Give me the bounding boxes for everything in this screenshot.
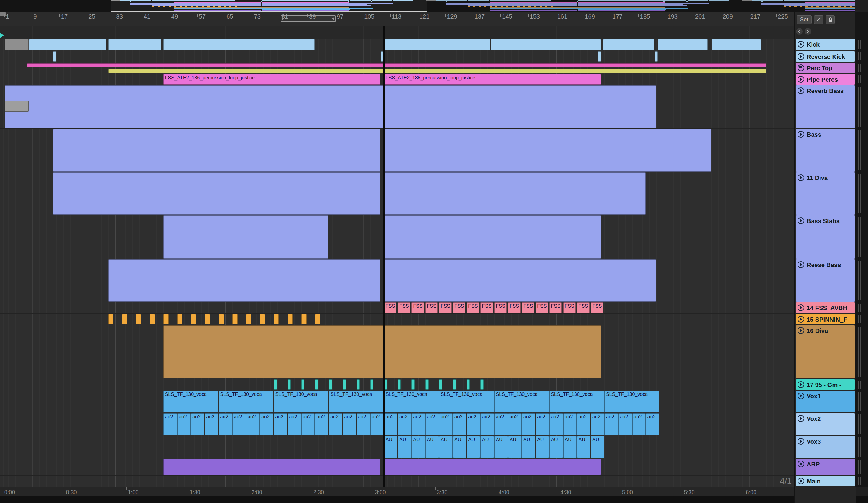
track-header-arp[interactable]: ARP <box>796 459 855 475</box>
clip-vox2[interactable]: au2 <box>164 413 177 435</box>
track-lane-reverb-bass[interactable] <box>0 85 794 129</box>
track-header-bass-stabs[interactable]: Bass Stabs <box>796 215 855 259</box>
clip-vox3[interactable]: AU <box>411 436 425 458</box>
scrub-area[interactable] <box>0 26 794 39</box>
clip-vox2[interactable]: au2 <box>411 413 425 435</box>
clip-pipe-percs[interactable]: FSS_ATE2_136_percussion_loop_justice <box>164 74 380 84</box>
unfold-icon[interactable] <box>797 53 804 60</box>
clip-15-spinnin-f[interactable] <box>232 314 238 324</box>
clip-vox2[interactable]: au2 <box>563 413 577 435</box>
clip-vox3[interactable]: AU <box>398 436 411 458</box>
track-lane-pipe-percs[interactable]: FSS_ATE2_136_percussion_loop_justiceFSS_… <box>0 74 794 85</box>
track-header-15-spinnin-f[interactable]: 15 SPINNIN_F <box>796 314 855 324</box>
track-lane-14-fss-avbh[interactable]: FSSFSSFSSFSSFSSFSSFSSFSSFSSFSSFSSFSSFSSF… <box>0 302 794 314</box>
clip-vox2[interactable]: au2 <box>618 413 632 435</box>
unfold-icon[interactable] <box>797 87 804 94</box>
forward-arrow-icon[interactable] <box>805 28 811 35</box>
track-lane-arp[interactable] <box>0 459 794 475</box>
clip-vox1[interactable]: SLS_TF_130_voca <box>164 391 218 412</box>
unfold-icon[interactable] <box>797 217 804 224</box>
clip-vox2[interactable]: au2 <box>604 413 618 435</box>
clip-vox2[interactable]: au2 <box>480 413 494 435</box>
clip-vox2[interactable]: au2 <box>384 413 397 435</box>
clip-14-fss-avbh[interactable]: FSS <box>398 302 410 313</box>
clip-17-95-gm[interactable] <box>480 379 483 390</box>
clip-vox3[interactable]: AU <box>494 436 508 458</box>
track-lane-17-95-gm[interactable] <box>0 379 794 390</box>
track-lane-bass[interactable] <box>0 129 794 172</box>
clip-vox2[interactable]: au2 <box>577 413 590 435</box>
clip-17-95-gm[interactable] <box>453 379 456 390</box>
clip-arp[interactable] <box>164 459 380 475</box>
clip-17-95-gm[interactable] <box>425 379 428 390</box>
track-header-17-95-gm[interactable]: 17 95 - Gm - <box>796 379 855 390</box>
clip-17-95-gm[interactable] <box>411 379 414 390</box>
overview-viewport[interactable] <box>111 0 427 12</box>
meter-scroll-column[interactable] <box>855 12 868 487</box>
clip-14-fss-avbh[interactable]: FSS <box>563 302 576 313</box>
clip-vox2[interactable]: au2 <box>342 413 356 435</box>
clip-vox3[interactable]: AU <box>522 436 535 458</box>
clip-vox3[interactable]: AU <box>536 436 549 458</box>
clip-14-fss-avbh[interactable]: FSS <box>411 302 424 313</box>
clip-vox2[interactable]: au2 <box>591 413 604 435</box>
clip-kick[interactable] <box>164 39 315 50</box>
clip-17-95-gm[interactable] <box>329 379 332 390</box>
clip-vox3[interactable]: AU <box>480 436 494 458</box>
clip-vox2[interactable]: au2 <box>467 413 480 435</box>
clip-kick[interactable] <box>108 39 161 50</box>
clip-17-95-gm[interactable] <box>315 379 318 390</box>
clip-vox3[interactable]: AU <box>508 436 521 458</box>
clip-vox2[interactable]: au2 <box>205 413 218 435</box>
clip-15-spinnin-f[interactable] <box>260 314 265 324</box>
clip-reverse-kick[interactable] <box>654 51 658 62</box>
clip-14-fss-avbh[interactable]: FSS <box>508 302 520 313</box>
clip-vox3[interactable]: AU <box>384 436 397 458</box>
track-lane-16-diva[interactable] <box>0 325 794 379</box>
clip-vox2[interactable]: au2 <box>453 413 466 435</box>
clip-vox2[interactable]: au2 <box>315 413 329 435</box>
track-lane-vox2[interactable]: au2au2au2au2au2au2au2au2au2au2au2au2au2a… <box>0 413 794 436</box>
clip-perc-top[interactable] <box>27 63 766 68</box>
clip-reverb-bass[interactable] <box>5 101 29 112</box>
track-lane-15-spinnin-f[interactable] <box>0 314 794 325</box>
clip-vox3[interactable]: AU <box>439 436 453 458</box>
clip-15-spinnin-f[interactable] <box>205 314 210 324</box>
clip-17-95-gm[interactable] <box>439 379 442 390</box>
clip-vox2[interactable]: au2 <box>370 413 384 435</box>
loop-end-handle[interactable] <box>332 17 334 20</box>
clip-14-fss-avbh[interactable]: FSS <box>494 302 507 313</box>
unfold-icon[interactable] <box>797 41 804 48</box>
clip-vox3[interactable]: AU <box>577 436 590 458</box>
clip-14-fss-avbh[interactable]: FSS <box>522 302 534 313</box>
clip-vox2[interactable]: au2 <box>191 413 204 435</box>
clip-14-fss-avbh[interactable]: FSS <box>384 302 396 313</box>
track-header-vox2[interactable]: Vox2 <box>796 413 855 435</box>
clip-kick[interactable] <box>5 39 29 50</box>
clip-vox2[interactable]: au2 <box>398 413 411 435</box>
clip-17-95-gm[interactable] <box>288 379 291 390</box>
clip-kick[interactable] <box>384 39 490 50</box>
clip-bass[interactable] <box>384 129 711 172</box>
set-button[interactable]: Set <box>797 15 812 24</box>
unfold-icon[interactable] <box>797 261 804 268</box>
clip-15-spinnin-f[interactable] <box>288 314 293 324</box>
track-header-14-fss-avbh[interactable]: 14 FSS_AVBH <box>796 302 855 313</box>
clip-vox2[interactable]: au2 <box>522 413 535 435</box>
clip-bass[interactable] <box>53 129 380 172</box>
clip-reverse-kick[interactable] <box>598 51 601 62</box>
clip-15-spinnin-f[interactable] <box>246 314 251 324</box>
track-header-reverb-bass[interactable]: Reverb Bass <box>796 85 855 128</box>
clip-kick[interactable] <box>603 39 654 50</box>
clip-bass-stabs[interactable] <box>164 215 329 259</box>
unfold-icon[interactable] <box>797 131 804 138</box>
track-header-pipe-percs[interactable]: Pipe Percs <box>796 74 855 84</box>
track-header-vox3[interactable]: Vox3 <box>796 436 855 458</box>
clip-perc-top[interactable] <box>108 69 766 73</box>
clip-15-spinnin-f[interactable] <box>150 314 155 324</box>
clip-17-95-gm[interactable] <box>467 379 470 390</box>
clip-15-spinnin-f[interactable] <box>301 314 307 324</box>
clip-vox3[interactable]: AU <box>549 436 563 458</box>
clip-vox1[interactable]: SLS_TF_130_voca <box>273 391 329 412</box>
clip-17-95-gm[interactable] <box>301 379 304 390</box>
